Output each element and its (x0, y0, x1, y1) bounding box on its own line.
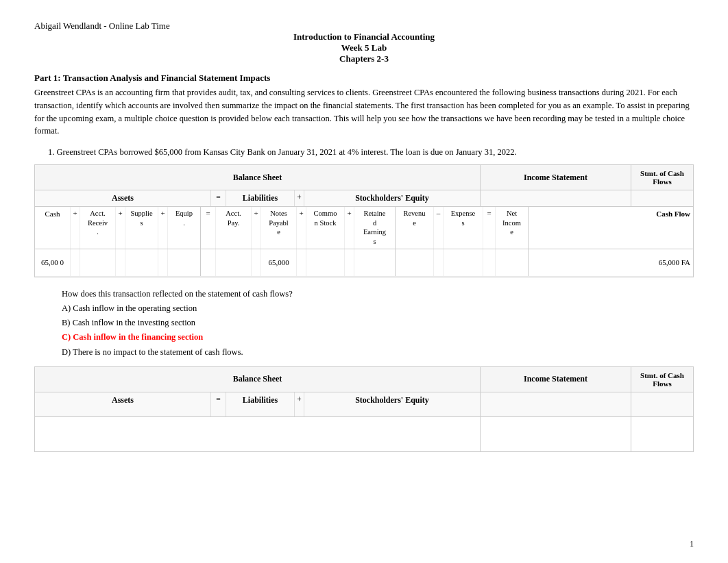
t2-eq-sign: = (211, 392, 226, 416)
transaction-2-table: Balance Sheet Income Statement Stmt. of … (34, 366, 694, 452)
col-supplies-header: Supplies (125, 207, 158, 249)
balance-sheet-header: Balance Sheet (35, 165, 481, 190)
question-text: How does this transaction reflected on t… (62, 287, 694, 301)
transaction-1-table: Balance Sheet Income Statement Stmt. of … (34, 164, 694, 277)
t2-cash-flow-sub (631, 392, 693, 416)
col-common-stock-header: Common Stock (306, 207, 345, 249)
income-stmt-sub (481, 190, 631, 206)
t2-stmt-cash-flows-header: Stmt. of Cash Flows (631, 367, 693, 392)
option-d: D) There is no impact to the statement o… (62, 345, 694, 360)
col-headers-row: Cash + Acct.Receiv. + Supplies + Equip. … (35, 207, 693, 249)
data-row-1: 65,00 0 65,000 65,000 FA (35, 249, 693, 277)
col-acct-recv-header: Acct.Receiv. (80, 207, 116, 249)
t2-plus-sign: + (295, 392, 304, 416)
income-statement-header: Income Statement (481, 165, 631, 190)
t2-sub-header-row: Assets = Liabilities + Stockholders' Equ… (35, 392, 693, 417)
col-plus4-header: + (252, 207, 261, 249)
option-a: A) Cash inflow in the operating section (62, 301, 694, 316)
chapters: Chapters 2-3 (34, 53, 694, 64)
col-plus2-header: + (116, 207, 125, 249)
col-cash-header: Cash (35, 207, 71, 249)
plus-sign: + (295, 190, 304, 206)
col-plus3-header: + (158, 207, 168, 249)
stmt-cash-flows-header: Stmt. of Cash Flows (631, 165, 693, 190)
t2-equity-label: Stockholders' Equity (304, 392, 480, 416)
cell-cash: 65,00 0 (35, 249, 71, 276)
t2-income-stmt-sub (481, 392, 631, 416)
cell-cash-flow: 65,000 FA (529, 249, 693, 276)
week-lab: Week 5 Lab (34, 42, 694, 53)
cell-notes-pay: 65,000 (261, 249, 297, 276)
t2-balance-sheet-header: Balance Sheet (35, 367, 481, 392)
student-info: Abigail Wendlandt - Online Lab Time (34, 21, 694, 32)
col-minus-header: – (434, 207, 444, 249)
t2-liabilities-label: Liabilities (226, 392, 295, 416)
liabilities-label: Liabilities (226, 190, 295, 206)
page-header: Introduction to Financial Accounting Wee… (34, 32, 694, 64)
course-title: Introduction to Financial Accounting (34, 32, 694, 42)
t2-assets-label: Assets (35, 392, 211, 416)
t2-income-statement-header: Income Statement (481, 367, 631, 392)
col-plus6-header: + (345, 207, 354, 249)
t2-table-top-header: Balance Sheet Income Statement Stmt. of … (35, 367, 693, 392)
option-b: B) Cash inflow in the investing section (62, 316, 694, 330)
intro-text: Greenstreet CPAs is an accounting firm t… (34, 86, 694, 138)
col-acct-pay-header: Acct.Pay. (216, 207, 252, 249)
col-net-income-header: NetIncome (496, 207, 529, 249)
col-eq-header: = (201, 207, 216, 249)
transaction-1-text: 1. Greenstreet CPAs borrowed $65,000 fro… (48, 147, 694, 158)
col-eq2-header: = (483, 207, 496, 249)
sub-header-row: Assets = Liabilities + Stockholders' Equ… (35, 190, 693, 207)
col-expenses-header: Expenses (444, 207, 483, 249)
question-block-1: How does this transaction reflected on t… (62, 287, 694, 360)
col-retained-header: RetainedEarnings (354, 207, 396, 249)
col-plus5-header: + (297, 207, 306, 249)
col-revenue-header: Revenue (396, 207, 434, 249)
col-notes-pay-header: NotesPayable (261, 207, 297, 249)
col-equip-header: Equip. (168, 207, 201, 249)
col-plus1-header: + (71, 207, 80, 249)
page-number: 1 (690, 539, 694, 549)
col-cash-flow-header: Cash Flow (529, 207, 693, 249)
assets-label: Assets (35, 190, 211, 206)
cash-flow-sub (631, 190, 693, 206)
part-title: Part 1: Transaction Analysis and Financi… (34, 73, 694, 84)
student-name: Abigail Wendlandt - Online Lab Time (34, 21, 170, 31)
table-top-header: Balance Sheet Income Statement Stmt. of … (35, 165, 693, 190)
equity-label: Stockholders' Equity (304, 190, 480, 206)
t2-empty-row (35, 417, 693, 451)
option-c: C) Cash inflow in the financing section (62, 330, 694, 345)
eq-sign: = (211, 190, 226, 206)
